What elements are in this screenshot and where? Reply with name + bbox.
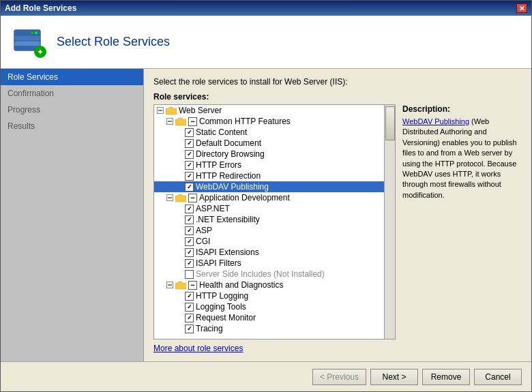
tree-label: ASP.NET [196,204,230,213]
expand-icon[interactable] [175,182,184,192]
folder-svg [175,117,186,126]
checkbox[interactable] [185,270,194,279]
expand-icon[interactable] [175,237,184,246]
checkbox[interactable] [185,237,194,246]
expand-icon[interactable] [175,149,184,159]
checkbox[interactable] [185,292,194,301]
tree-item[interactable]: Default Document [154,138,395,149]
expand-icon[interactable] [175,313,184,322]
sidebar: Role Services Confirmation Progress Resu… [1,69,144,361]
expand-icon[interactable] [175,215,184,224]
tree-item[interactable]: ASP [154,225,395,236]
checkbox[interactable] [188,117,197,126]
tree-item[interactable]: Tracing [154,323,395,334]
expand-icon[interactable] [175,324,184,333]
checkbox[interactable] [185,183,194,192]
scroll-thumb[interactable] [385,106,395,140]
tree-item[interactable]: ISAPI Filters [154,258,395,269]
tree-label: Static Content [196,127,247,137]
tree-label: ISAPI Extensions [196,247,259,257]
previous-button[interactable]: < Previous [312,369,366,385]
expand-icon[interactable] [156,106,165,115]
checkbox[interactable] [188,194,197,202]
sidebar-item-progress[interactable]: Progress [1,102,143,118]
tree-label: Tracing [196,324,223,333]
description-content: WebDAV Publishing (Web Distributed Autho… [402,117,522,200]
checkbox[interactable] [185,215,194,224]
tree-item[interactable]: Common HTTP Features [154,116,395,127]
checkbox[interactable] [185,248,194,257]
checkbox[interactable] [185,226,194,235]
expand-icon[interactable] [165,193,175,202]
tree-label: Directory Browsing [196,149,265,159]
collapse-icon [166,118,173,125]
expand-icon[interactable] [175,160,184,170]
cancel-button[interactable]: Cancel [474,369,522,385]
tree-item[interactable]: Server Side Includes (Not Installed) [154,269,395,280]
expand-icon[interactable] [175,127,184,137]
expand-icon[interactable] [175,226,184,235]
tree-panel[interactable]: Web ServerCommon HTTP FeaturesStatic Con… [153,104,396,340]
svg-marker-18 [175,194,186,202]
expand-icon[interactable] [175,291,184,301]
tree-item[interactable]: HTTP Errors [154,160,395,170]
sidebar-item-results[interactable]: Results [1,118,143,134]
expand-icon[interactable] [175,258,184,268]
tree-item[interactable]: Static Content [154,127,395,138]
folder-icon [175,117,186,126]
expand-icon[interactable] [165,117,175,126]
svg-rect-3 [14,41,40,46]
expand-icon[interactable] [165,280,175,290]
expand-icon[interactable] [175,138,184,148]
checkbox[interactable] [185,205,194,213]
tree-label: CGI [196,237,210,246]
more-link[interactable]: More about role services [153,344,522,353]
tree-item[interactable]: Request Monitor [154,312,395,323]
checkbox[interactable] [188,281,197,290]
tree-label: Health and Diagnostics [199,280,283,290]
tree-item[interactable]: HTTP Logging [154,290,395,301]
checkbox[interactable] [185,172,194,181]
checkbox[interactable] [185,303,194,312]
tree-item[interactable]: WebDAV Publishing [154,181,395,192]
tree-item[interactable]: HTTP Redirection [154,170,395,181]
checkbox[interactable] [185,161,194,170]
next-button[interactable]: Next > [370,369,418,385]
tree-item[interactable]: Directory Browsing [154,149,395,160]
tree-label: Logging Tools [196,302,246,312]
expand-icon[interactable] [175,247,184,257]
collapse-icon [166,194,173,201]
checkbox[interactable] [185,314,194,322]
expand-icon[interactable] [175,302,184,312]
checkbox[interactable] [185,128,194,137]
tree-item[interactable]: Web Server [154,105,395,116]
tree-label: HTTP Redirection [196,171,261,181]
tree-item[interactable]: Application Development [154,192,395,203]
tree-item[interactable]: ISAPI Extensions [154,247,395,258]
tree-label: WebDAV Publishing [196,182,269,192]
checkbox[interactable] [185,139,194,148]
expand-icon[interactable] [175,171,184,181]
checkbox[interactable] [185,150,194,159]
tree-item[interactable]: Logging Tools [154,301,395,312]
remove-button[interactable]: Remove [422,369,470,385]
sidebar-item-role-services[interactable]: Role Services [1,69,143,85]
expand-icon[interactable] [175,269,184,279]
checkbox[interactable] [185,325,194,333]
title-bar: Add Role Services ✕ [1,1,531,16]
header-area: Select Role Services [1,16,531,69]
checkbox[interactable] [185,259,194,268]
folder-svg [166,106,177,115]
scrollbar[interactable] [384,105,395,339]
tree-item[interactable]: CGI [154,236,395,247]
close-button[interactable]: ✕ [516,3,527,13]
tree-item[interactable]: ASP.NET [154,203,395,214]
description-link[interactable]: WebDAV Publishing [402,117,469,125]
content-area: Role Services Confirmation Progress Resu… [1,69,531,361]
expand-icon[interactable] [175,204,184,213]
tree-label: Application Development [199,193,290,202]
tree-item[interactable]: .NET Extensibility [154,214,395,225]
header-icon [12,25,47,60]
sidebar-item-confirmation[interactable]: Confirmation [1,85,143,102]
tree-item[interactable]: Health and Diagnostics [154,280,395,290]
